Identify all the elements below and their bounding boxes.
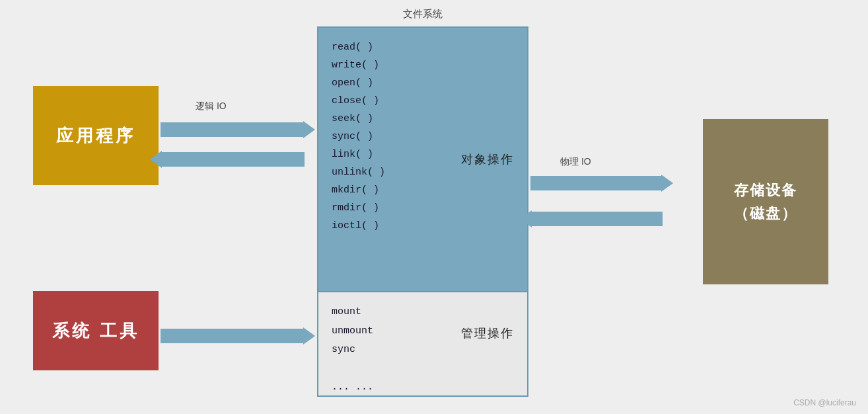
mgmt-ops-list: mount unmount sync ... ... (318, 292, 527, 408)
arrow-app-to-fs (161, 122, 305, 137)
list-item: sync (332, 341, 514, 360)
list-item: rmdir( ) (332, 199, 514, 217)
obj-ops-list: read( ) write( ) open( ) close( ) seek( … (318, 28, 527, 245)
obj-ops-section: read( ) write( ) open( ) close( ) seek( … (318, 28, 527, 292)
list-item: open( ) (332, 74, 514, 92)
arrow-storage-to-fs (530, 212, 663, 226)
obj-ops-label: 对象操作 (461, 151, 514, 167)
list-item: ... ... (332, 378, 514, 397)
list-item: mount (332, 303, 514, 322)
diagram-container: 文件系统 read( ) write( ) open( ) close( ) s… (0, 0, 868, 414)
list-item: ioctl( ) (332, 217, 514, 235)
list-item: write( ) (332, 56, 514, 74)
list-item: seek( ) (332, 110, 514, 128)
mgmt-ops-label: 管理操作 (461, 325, 514, 341)
arrow-fs-to-storage (530, 176, 663, 190)
list-item: read( ) (332, 38, 514, 56)
storage-box: 存储设备 （磁盘） (703, 119, 828, 284)
arrow-sys-to-fs (161, 329, 305, 343)
storage-label: 存储设备 （磁盘） (734, 179, 797, 225)
physical-io-label: 物理 IO (560, 156, 591, 168)
sys-label: 系统 工具 (52, 319, 139, 343)
fs-title: 文件系统 (317, 8, 528, 21)
list-item: close( ) (332, 92, 514, 110)
arrow-fs-to-app (161, 152, 305, 167)
list-item: mkdir( ) (332, 181, 514, 199)
app-box: 应用程序 (33, 86, 159, 185)
list-item: sync( ) (332, 128, 514, 145)
list-item (332, 360, 514, 379)
sys-box: 系统 工具 (33, 291, 159, 370)
mgmt-ops-section: mount unmount sync ... ... 管理操作 (318, 292, 527, 395)
watermark: CSDN @luciferau (793, 398, 856, 407)
app-label: 应用程序 (56, 124, 135, 147)
filesystem-box: read( ) write( ) open( ) close( ) seek( … (317, 26, 528, 397)
logic-io-label: 逻辑 IO (196, 101, 227, 112)
